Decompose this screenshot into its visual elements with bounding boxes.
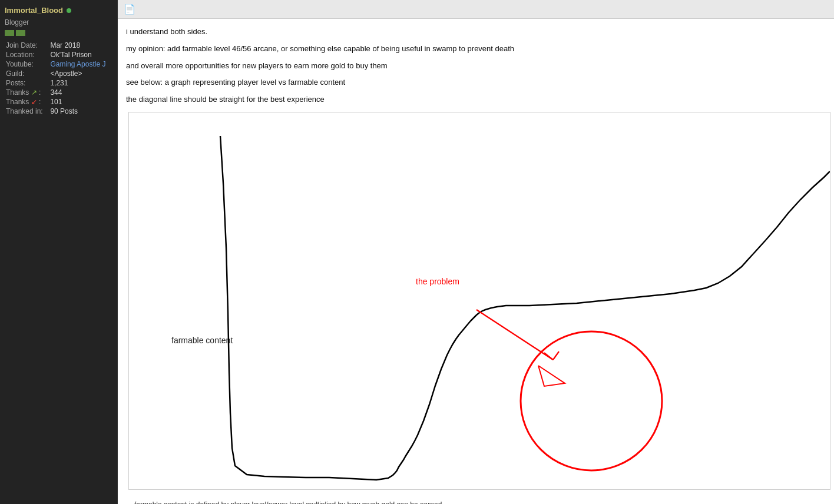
user-info-table: Join Date: Mar 2018 Location: Ok'Tal Pri… [5, 41, 112, 116]
graph-caption: farmable content is defined by player le… [126, 496, 833, 504]
location-value: Ok'Tal Prison [49, 50, 112, 59]
posts-row: Posts: 1,231 [5, 78, 112, 88]
thanks-up-value: 344 [49, 88, 112, 97]
thanked-value: 90 Posts [49, 107, 112, 116]
main-content: 📄 i understand both sides. my opinion: a… [118, 0, 834, 504]
thanks-up-label: Thanks ↗ : [5, 88, 49, 97]
guild-row: Guild: <Apostle> [5, 69, 112, 78]
graph-container: farmable content player level the proble… [128, 112, 830, 490]
guild-label: Guild: [5, 69, 49, 78]
svg-rect-0 [129, 112, 830, 489]
thanks-up-icon: ↗ [31, 88, 37, 97]
post-header: 📄 [118, 0, 834, 19]
rank-icon-2 [16, 30, 25, 36]
online-indicator [67, 8, 71, 13]
posts-label: Posts: [5, 78, 49, 88]
location-label: Location: [5, 50, 49, 59]
post-line-3: and overall more opportunities for new p… [126, 60, 833, 72]
rank-icon-1 [5, 30, 14, 36]
sidebar: Immortal_Blood Blogger Join Date: Mar 20… [0, 0, 118, 504]
post-line-4: see below: a graph representing player l… [126, 77, 833, 89]
thanks-down-row: Thanks ↙ : 101 [5, 97, 112, 107]
document-icon: 📄 [124, 4, 135, 15]
post-line-1: i understand both sides. [126, 26, 833, 38]
post-line-2: my opinion: add farmable level 46/56 arc… [126, 43, 833, 55]
youtube-label: Youtube: [5, 59, 49, 69]
guild-value: <Apostle> [49, 69, 112, 78]
thanks-up-row: Thanks ↗ : 344 [5, 88, 112, 97]
y-axis-label: farmable content [171, 336, 233, 345]
thanks-down-value: 101 [49, 97, 112, 107]
posts-value: 1,231 [49, 78, 112, 88]
youtube-row: Youtube: Gaming Apostle J [5, 59, 112, 69]
role-badge: Blogger [5, 18, 112, 26]
thanked-label: Thanked in: [5, 107, 49, 116]
join-date-value: Mar 2018 [49, 41, 112, 50]
join-date-label: Join Date: [5, 41, 49, 50]
youtube-value[interactable]: Gaming Apostle J [49, 59, 112, 69]
join-date-row: Join Date: Mar 2018 [5, 41, 112, 50]
username[interactable]: Immortal_Blood [5, 6, 63, 15]
post-line-5: the diagonal line should be straight for… [126, 94, 833, 106]
thanks-down-icon: ↙ [31, 98, 37, 106]
annotation-text: the problem [416, 277, 459, 286]
rank-icons [5, 30, 112, 36]
caption-text: farmable content is defined by player le… [134, 500, 442, 504]
thanked-row: Thanked in: 90 Posts [5, 107, 112, 116]
graph-svg: farmable content player level the proble… [129, 112, 830, 489]
thanks-down-label: Thanks ↙ : [5, 97, 49, 107]
post-body: i understand both sides. my opinion: add… [118, 19, 834, 504]
location-row: Location: Ok'Tal Prison [5, 50, 112, 59]
username-row: Immortal_Blood [5, 6, 112, 15]
